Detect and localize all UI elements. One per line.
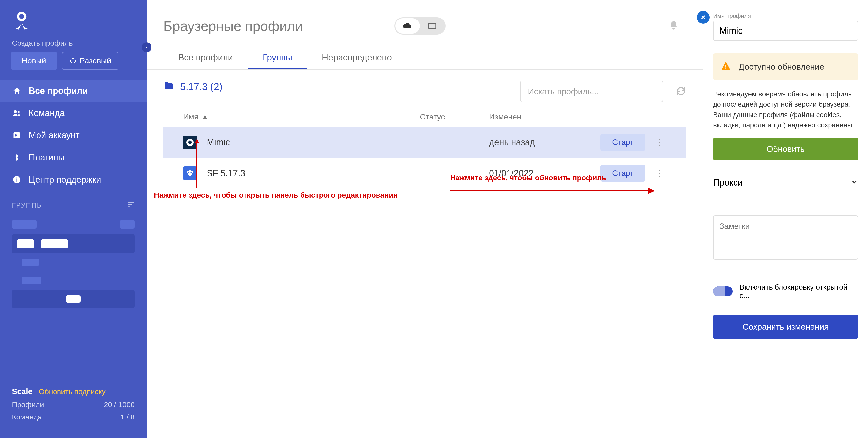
tab-groups[interactable]: Группы	[248, 47, 307, 69]
stat-value: 20 / 1000	[104, 401, 135, 409]
account-icon	[12, 130, 22, 140]
once-button-label: Разовый	[80, 56, 111, 65]
create-profile-label: Создать профиль	[0, 39, 147, 52]
start-button[interactable]: Старт	[600, 134, 646, 151]
groups-heading: ГРУППЫ	[12, 202, 43, 209]
nav-support[interactable]: Центр поддержки	[0, 169, 147, 191]
lock-toggle-label: Включить блокировку открытой с...	[740, 283, 858, 300]
view-toggle	[394, 17, 445, 35]
folder-name[interactable]: 5.17.3 (2)	[180, 81, 222, 92]
app-logo	[0, 0, 147, 39]
annotation-update-hint: Нажмите здесь, чтобы обновить профиль	[450, 174, 606, 182]
table-row[interactable]: Mimic день назад Старт ⋮	[163, 127, 686, 158]
sidebar-collapse-button[interactable]	[142, 42, 152, 52]
svg-rect-17	[725, 65, 726, 68]
update-profile-button[interactable]: Обновить	[713, 138, 858, 160]
warning-icon	[720, 61, 731, 72]
sidebar: Создать профиль Новый ⏲ Разовый Все проф…	[0, 0, 147, 438]
svg-point-7	[16, 177, 18, 178]
svg-point-10	[188, 141, 192, 144]
update-available-banner: Доступно обновление	[713, 53, 858, 80]
svg-rect-6	[17, 179, 17, 182]
new-profile-button[interactable]: Новый	[11, 52, 57, 70]
team-icon	[12, 108, 22, 118]
nav-item-label: Центр поддержки	[29, 175, 101, 185]
column-modified-header[interactable]: Изменен	[489, 112, 583, 121]
svg-point-18	[725, 68, 726, 69]
svg-point-4	[14, 134, 17, 137]
notifications-icon[interactable]	[669, 21, 679, 31]
nav-team[interactable]: Команда	[0, 102, 147, 124]
svg-point-0	[18, 13, 25, 20]
svg-point-12	[191, 172, 192, 173]
close-panel-button[interactable]	[697, 11, 710, 24]
svg-point-1	[14, 110, 17, 113]
nav-item-label: Мой аккаунт	[29, 130, 80, 141]
save-changes-button[interactable]: Сохранить изменения	[713, 315, 858, 339]
group-item[interactable]	[12, 234, 135, 253]
sort-asc-icon: ▲	[201, 112, 209, 121]
home-icon	[12, 86, 22, 96]
profile-name-input[interactable]	[713, 21, 858, 41]
page-title: Браузерные профили	[163, 18, 303, 34]
nav-account[interactable]: Мой аккаунт	[0, 124, 147, 146]
nav-item-label: Команда	[29, 108, 65, 118]
sort-icon[interactable]	[127, 201, 135, 210]
profile-name: Mimic	[207, 137, 420, 148]
svg-marker-16	[648, 188, 655, 194]
local-view-button[interactable]	[420, 18, 444, 34]
annotation-arrow-right	[450, 183, 655, 198]
stat-value: 1 / 8	[120, 413, 135, 421]
group-item[interactable]	[12, 290, 135, 308]
search-input[interactable]	[520, 81, 663, 102]
timer-icon: ⏲	[69, 56, 77, 65]
annotation-edit-hint: Нажмите здесь, чтобы открыть панель быст…	[154, 191, 398, 199]
proxy-section-toggle[interactable]: Прокси	[713, 173, 858, 193]
chevron-down-icon	[851, 177, 858, 188]
once-profile-button[interactable]: ⏲ Разовый	[62, 52, 119, 70]
nav-item-label: Плагины	[29, 152, 65, 163]
svg-point-2	[18, 111, 20, 113]
tab-all-profiles[interactable]: Все профили	[163, 47, 248, 69]
start-button[interactable]: Старт	[600, 165, 646, 182]
lock-session-toggle[interactable]	[713, 286, 733, 296]
update-description: Рекомендуем вовремя обновлять профиль до…	[713, 89, 858, 130]
more-icon[interactable]: ⋮	[653, 137, 666, 148]
upgrade-subscription-link[interactable]: Обновить подписку	[39, 387, 105, 396]
svg-point-11	[188, 172, 189, 173]
profile-name-label: Имя профиля	[713, 12, 858, 19]
group-item[interactable]	[12, 215, 135, 234]
notes-input[interactable]	[713, 215, 858, 260]
stat-label: Команда	[12, 413, 42, 421]
group-item[interactable]	[12, 271, 135, 290]
update-available-text: Доступно обновление	[739, 62, 824, 71]
annotation-arrow-up	[193, 139, 200, 188]
plan-name: Scale	[12, 387, 33, 396]
folder-icon	[163, 81, 174, 93]
quick-edit-panel: Имя профиля Доступно обновление Рекоменд…	[703, 0, 868, 438]
plugins-icon	[12, 153, 22, 163]
info-icon	[12, 175, 22, 185]
group-item[interactable]	[12, 253, 135, 271]
cloud-view-button[interactable]	[395, 18, 420, 34]
column-name-header[interactable]: Имя	[183, 112, 198, 121]
proxy-label: Прокси	[713, 177, 743, 188]
more-icon[interactable]: ⋮	[653, 168, 666, 178]
profile-name: SF 5.17.3	[207, 168, 420, 178]
nav-plugins[interactable]: Плагины	[0, 146, 147, 169]
column-status-header[interactable]: Статус	[420, 112, 489, 121]
stat-label: Профили	[12, 401, 44, 409]
profile-modified: день назад	[489, 137, 583, 148]
svg-marker-14	[195, 139, 199, 143]
nav-all-profiles[interactable]: Все профили	[0, 80, 147, 102]
svg-rect-8	[429, 24, 436, 28]
nav-item-label: Все профили	[29, 86, 88, 96]
main-content: Браузерные профили Все профили Группы Не…	[147, 0, 703, 438]
refresh-icon[interactable]	[676, 86, 686, 97]
tab-unassigned[interactable]: Нераспределено	[307, 47, 407, 69]
